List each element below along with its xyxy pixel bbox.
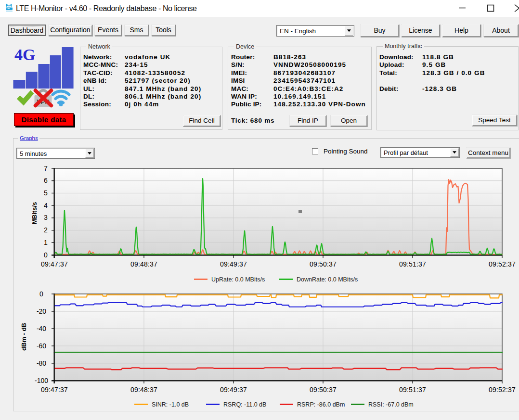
svg-text:-80: -80 (37, 359, 46, 367)
svg-text:09:52:37: 09:52:37 (489, 386, 516, 394)
svg-text:0: 0 (39, 290, 43, 298)
svg-text:5: 5 (44, 189, 48, 197)
svg-text:09:48:37: 09:48:37 (130, 386, 157, 394)
svg-text:1: 1 (44, 239, 48, 246)
svg-text:-20: -20 (37, 307, 46, 315)
svg-text:6: 6 (44, 177, 48, 184)
svg-text:4: 4 (44, 202, 48, 209)
svg-text:2: 2 (44, 226, 48, 234)
svg-text:-100: -100 (35, 377, 48, 384)
svg-text:0: 0 (44, 251, 48, 259)
svg-text:09:51:37: 09:51:37 (399, 260, 426, 268)
svg-text:09:48:37: 09:48:37 (130, 260, 157, 268)
svg-text:7: 7 (44, 165, 48, 172)
svg-text:09:47:37: 09:47:37 (41, 386, 68, 394)
svg-text:-40: -40 (37, 325, 46, 332)
svg-text:09:52:37: 09:52:37 (489, 260, 516, 268)
svg-text:09:51:37: 09:51:37 (399, 386, 426, 394)
svg-text:09:47:37: 09:47:37 (41, 260, 68, 268)
svg-text:09:50:37: 09:50:37 (310, 260, 337, 268)
svg-text:-60: -60 (37, 342, 46, 350)
svg-text:09:49:37: 09:49:37 (220, 386, 247, 394)
svg-text:3: 3 (44, 214, 48, 221)
svg-text:09:49:37: 09:49:37 (220, 260, 247, 268)
svg-text:09:50:37: 09:50:37 (310, 386, 337, 394)
